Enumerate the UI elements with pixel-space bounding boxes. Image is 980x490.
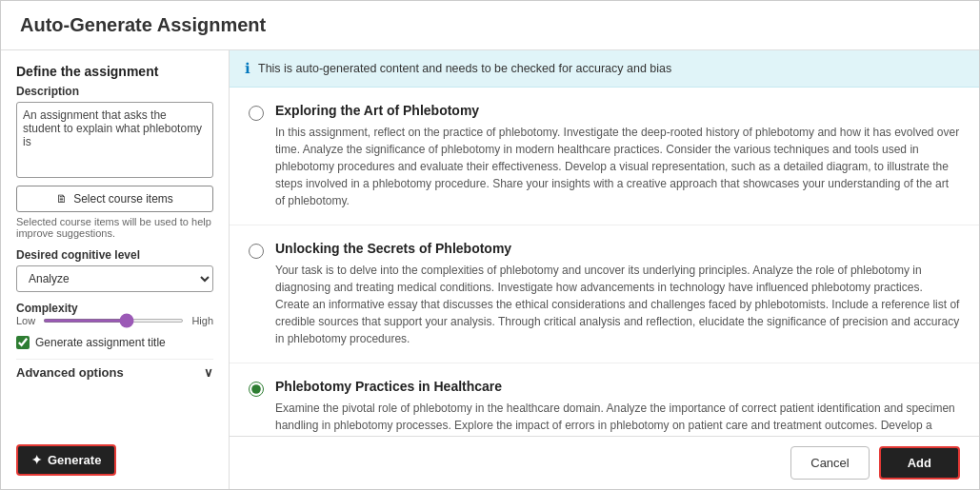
info-banner: ℹ This is auto-generated content and nee… xyxy=(230,50,979,88)
assignment-option-2: Unlocking the Secrets of Phlebotomy Your… xyxy=(230,225,979,363)
define-heading: Define the assignment xyxy=(16,64,213,79)
advanced-options-label: Advanced options xyxy=(16,365,124,380)
generate-title-row: Generate assignment title xyxy=(16,336,213,349)
info-banner-text: This is auto-generated content and needs… xyxy=(258,62,671,75)
complexity-row: Low High xyxy=(16,315,213,326)
description-label: Description xyxy=(16,85,213,98)
info-icon: ℹ xyxy=(245,60,250,77)
option-2-content: Unlocking the Secrets of Phlebotomy Your… xyxy=(275,241,960,347)
radio-option-1[interactable] xyxy=(249,106,264,121)
generate-title-checkbox[interactable] xyxy=(16,336,30,349)
option-3-content: Phlebotomy Practices in Healthcare Exami… xyxy=(275,379,960,436)
radio-option-3[interactable] xyxy=(249,382,264,397)
modal-container: Auto-Generate Assignment Define the assi… xyxy=(0,0,980,490)
modal-header: Auto-Generate Assignment xyxy=(1,1,979,50)
generate-label: Generate xyxy=(48,453,101,467)
select-course-button[interactable]: 🗎 Select course items xyxy=(16,186,213,212)
option-2-description: Your task is to delve into the complexit… xyxy=(275,262,960,347)
cognitive-label: Desired cognitive level xyxy=(16,248,213,262)
modal-title: Auto-Generate Assignment xyxy=(20,14,266,35)
generate-button[interactable]: ✦ Generate xyxy=(16,444,116,476)
description-input[interactable] xyxy=(16,102,213,178)
radio-option-2[interactable] xyxy=(249,244,264,259)
right-panel-content: ℹ This is auto-generated content and nee… xyxy=(230,50,979,436)
option-1-title: Exploring the Art of Phlebotomy xyxy=(275,103,960,118)
left-panel: Define the assignment Description 🗎 Sele… xyxy=(1,50,230,489)
generate-title-label: Generate assignment title xyxy=(35,336,166,349)
helper-text: Selected course items will be used to he… xyxy=(16,216,213,239)
add-button[interactable]: Add xyxy=(879,446,960,480)
assignment-option-1: Exploring the Art of Phlebotomy In this … xyxy=(230,88,979,225)
complexity-low-label: Low xyxy=(16,315,35,326)
complexity-slider[interactable] xyxy=(43,319,184,323)
select-course-label: Select course items xyxy=(73,192,173,206)
option-1-description: In this assignment, reflect on the pract… xyxy=(275,124,960,209)
complexity-high-label: High xyxy=(191,315,213,326)
option-1-content: Exploring the Art of Phlebotomy In this … xyxy=(275,103,960,209)
cancel-button[interactable]: Cancel xyxy=(790,446,869,480)
option-3-description: Examine the pivotal role of phlebotomy i… xyxy=(275,400,960,436)
right-panel: ℹ This is auto-generated content and nee… xyxy=(230,50,979,489)
cognitive-level-select[interactable]: Analyze Remember Understand Apply Evalua… xyxy=(16,265,213,292)
chevron-down-icon: ∨ xyxy=(204,365,213,380)
modal-footer: Cancel Add xyxy=(230,436,979,489)
document-icon: 🗎 xyxy=(56,192,68,206)
option-2-title: Unlocking the Secrets of Phlebotomy xyxy=(275,241,960,256)
assignment-option-3: Phlebotomy Practices in Healthcare Exami… xyxy=(230,363,979,436)
advanced-options-toggle[interactable]: Advanced options ∨ xyxy=(16,359,213,385)
option-3-title: Phlebotomy Practices in Healthcare xyxy=(275,379,960,394)
modal-body: Define the assignment Description 🗎 Sele… xyxy=(1,50,979,489)
sparkle-icon: ✦ xyxy=(31,453,42,467)
